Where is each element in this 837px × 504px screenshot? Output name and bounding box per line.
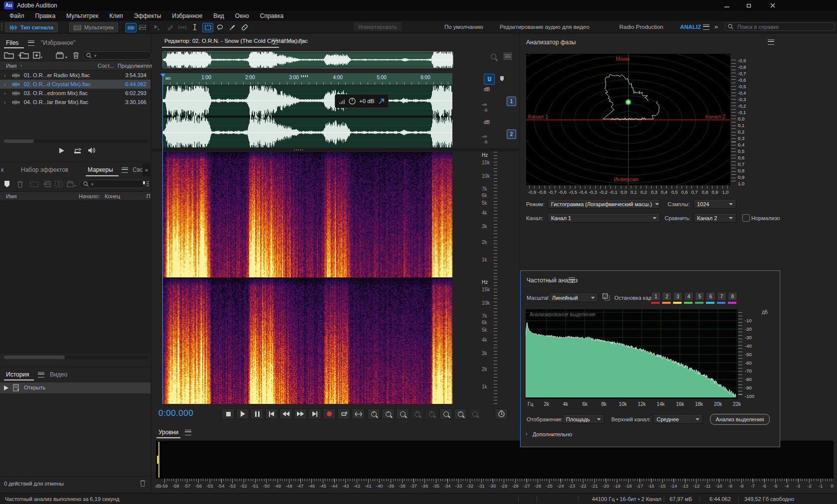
editor-options-icon[interactable]	[504, 53, 512, 60]
tab-favorites[interactable]: "Избранное"	[41, 39, 75, 46]
history-panel-menu-icon[interactable]	[38, 372, 44, 378]
menu-Окно[interactable]: Окно	[230, 11, 255, 21]
col-name[interactable]: Имя	[6, 193, 16, 199]
expand-chevron-icon[interactable]: ›	[4, 81, 6, 87]
frame-hold-1[interactable]: 1	[651, 292, 661, 304]
close-button[interactable]	[765, 0, 780, 11]
gain-hud[interactable]: +0 dB	[335, 94, 389, 108]
frame-hold-5[interactable]: 5	[695, 292, 704, 304]
marker-list-type-icon[interactable]	[142, 180, 149, 187]
file-row[interactable]: ›03. O.R...edroom Mix).flac6:02.293	[0, 89, 150, 98]
toolbar-grip[interactable]	[1, 23, 2, 30]
expand-chevron-icon[interactable]: ›	[4, 90, 6, 96]
col-end[interactable]: Конец	[105, 193, 120, 199]
import-file-button[interactable]	[18, 52, 29, 59]
frame-hold-6[interactable]: 6	[706, 292, 715, 304]
workspace-menu-icon[interactable]	[703, 24, 709, 30]
analyze-selection-button[interactable]: Анализ выделения	[710, 414, 770, 425]
snapshot-icon[interactable]	[602, 293, 610, 301]
tab-markers[interactable]: Маркеры	[88, 166, 113, 173]
toolbar-paintbrush-selection-tool[interactable]	[227, 23, 237, 31]
zoom-sel-outpoint-button[interactable]: −	[454, 408, 467, 419]
channel-dropdown[interactable]: Канал 1	[548, 213, 660, 223]
files-panel-menu-icon[interactable]	[28, 40, 34, 46]
phase-scope[interactable]	[526, 54, 730, 185]
file-name[interactable]: 03. O.R...edroom Mix).flac	[24, 90, 88, 96]
frame-hold-2[interactable]: 2	[662, 292, 672, 304]
menu-Справка[interactable]: Справка	[255, 11, 289, 21]
zoom-selection-button[interactable]	[396, 408, 409, 419]
wave-spectral-splitter[interactable]	[152, 148, 519, 151]
samples-dropdown[interactable]: 1024	[694, 199, 736, 209]
expand-chevron-icon[interactable]: ›	[4, 72, 6, 78]
tab-video[interactable]: Видео	[50, 371, 67, 378]
toolbar-spot-healing-brush-tool[interactable]	[240, 23, 250, 31]
tab-mixer[interactable]: Микшер	[281, 38, 304, 45]
spectral-display[interactable]	[162, 152, 452, 404]
frame-hold-3[interactable]: 3	[673, 292, 683, 304]
transport-fast-forward[interactable]	[294, 408, 307, 419]
file-row[interactable]: ›04. O.R...lar Bear Mix).flac3:30.166	[0, 98, 150, 107]
help-search[interactable]	[725, 22, 835, 31]
scale-dropdown[interactable]: Линейный	[549, 293, 598, 302]
hud-gain-value[interactable]: +0 dB	[359, 98, 374, 104]
open-file-button[interactable]	[4, 52, 14, 59]
markers-header[interactable]: Имя Начало ↑ Конец П	[0, 191, 150, 201]
scrollbar-thumb[interactable]	[4, 139, 34, 143]
transport-skip-to-end[interactable]	[308, 408, 321, 419]
advanced-label[interactable]: Дополнительно	[533, 431, 572, 437]
freq-panel-menu-icon[interactable]	[568, 277, 575, 283]
advanced-disclosure-icon[interactable]: ›	[526, 430, 528, 437]
transport-skip-selection[interactable]	[352, 408, 365, 419]
frame-hold-8[interactable]: 8	[728, 292, 737, 304]
files-hscrollbar[interactable]	[4, 139, 148, 143]
expand-chevron-icon[interactable]: ›	[4, 99, 6, 105]
toolbar-lasso-selection-tool[interactable]	[215, 23, 225, 31]
display-dropdown[interactable]: Площадь	[562, 414, 604, 424]
hud-detach-icon[interactable]	[379, 99, 384, 104]
help-search-input[interactable]	[736, 23, 813, 30]
file-name[interactable]: 01. O.R...er Radio Mix).flac	[24, 72, 90, 78]
col-state[interactable]: Сост...	[98, 63, 114, 69]
multitrack-button[interactable]: Мультитрек	[69, 22, 118, 32]
trash-icon[interactable]	[73, 52, 79, 59]
maximize-button[interactable]	[741, 0, 756, 11]
normalize-checkbox[interactable]	[742, 214, 750, 222]
waveform-display[interactable]	[162, 86, 452, 147]
timer-record-button[interactable]	[495, 408, 508, 419]
files-search-field[interactable]: ▾	[83, 51, 151, 60]
file-name[interactable]: 04. O.R...lar Bear Mix).flac	[24, 99, 89, 105]
zoom-sel-inpoint-button[interactable]	[439, 408, 452, 419]
minimize-button[interactable]	[719, 0, 734, 11]
transport-rewind[interactable]	[279, 408, 292, 419]
file-name[interactable]: 02. O.R...d Crystal Mix).flac	[24, 81, 91, 87]
toolbar-ibeam-tool[interactable]	[190, 23, 200, 31]
frequency-graph[interactable]	[526, 309, 738, 399]
col-p[interactable]: П	[146, 193, 150, 199]
levels-panel-menu-icon[interactable]	[185, 430, 191, 435]
markers-hscrollbar[interactable]	[4, 356, 148, 359]
channel-1-button[interactable]: 1	[507, 97, 516, 106]
frame-hold-7[interactable]: 7	[717, 292, 726, 304]
markers-list-empty[interactable]	[0, 200, 150, 354]
menu-Мультитрек[interactable]: Мультитрек	[61, 11, 104, 21]
tab-levels[interactable]: Уровни	[158, 429, 178, 436]
mode-dropdown[interactable]: Гистограмма (Логарифмический масш.)	[548, 199, 660, 209]
zoom-in-button[interactable]: +	[367, 408, 380, 419]
show-waveform-button[interactable]	[126, 23, 137, 32]
col-name[interactable]: Имя	[6, 63, 16, 69]
playhead-head[interactable]	[160, 74, 165, 77]
menu-Избранное[interactable]: Избранное	[166, 11, 208, 21]
workspace-overflow-chevron[interactable]: »	[714, 23, 718, 30]
channel-2-button[interactable]: 2	[507, 129, 516, 139]
menu-Правка[interactable]: Правка	[30, 11, 61, 21]
new-content-button[interactable]	[33, 52, 43, 59]
waveform-editor-button[interactable]: Тип сигнала	[5, 22, 58, 32]
time-display[interactable]: 0:00.000	[158, 408, 193, 418]
waveform-overview[interactable]	[162, 51, 453, 68]
tab-effects-rack-partial[interactable]: к	[1, 166, 3, 173]
tab-files[interactable]: Files	[6, 39, 18, 46]
transport-skip-to-start[interactable]	[265, 408, 278, 419]
top-channel-dropdown[interactable]: Среднее	[653, 414, 703, 424]
editor-panel-menu-icon[interactable]	[272, 39, 278, 44]
